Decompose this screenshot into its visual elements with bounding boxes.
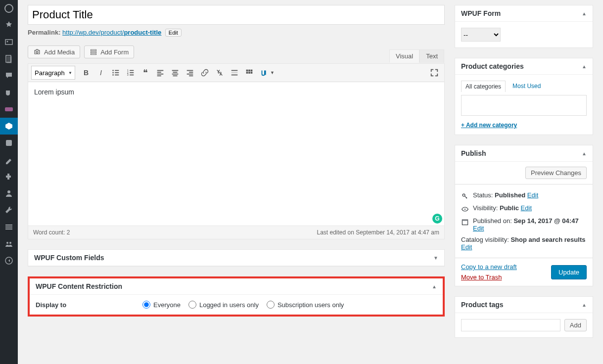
all-categories-tab[interactable]: All categories bbox=[461, 81, 506, 92]
wpuf-shortcode-button[interactable] bbox=[257, 66, 271, 80]
wpuf-icon[interactable] bbox=[0, 84, 18, 101]
permalink-row: Permalink: http://wp.dev/product/product… bbox=[28, 25, 445, 41]
align-right-button[interactable] bbox=[183, 66, 197, 80]
svg-rect-6 bbox=[6, 140, 12, 146]
svg-rect-45 bbox=[246, 70, 248, 72]
align-left-button[interactable] bbox=[153, 66, 167, 80]
svg-rect-31 bbox=[157, 72, 161, 73]
media-icon[interactable] bbox=[0, 34, 18, 50]
side-column: WPUF Form -- Product categories All cate… bbox=[455, 5, 593, 354]
tag-input[interactable] bbox=[461, 319, 560, 331]
content-restriction-header[interactable]: WPUF Content Restriction bbox=[30, 278, 443, 295]
dashboard-icon[interactable] bbox=[0, 0, 18, 17]
pages-icon[interactable] bbox=[0, 50, 18, 67]
publish-box: Publish Preview Changes Status: Publishe… bbox=[455, 145, 593, 286]
publish-header[interactable]: Publish bbox=[455, 145, 593, 162]
key-icon bbox=[461, 192, 469, 200]
edit-visibility-link[interactable]: Edit bbox=[521, 204, 532, 212]
wpuf-form-header[interactable]: WPUF Form bbox=[455, 5, 593, 22]
svg-rect-38 bbox=[187, 70, 193, 71]
add-category-link[interactable]: + Add new category bbox=[461, 122, 517, 129]
categories-box: Product categories All categories Most U… bbox=[455, 58, 593, 135]
collapse-icon[interactable] bbox=[0, 252, 18, 269]
trash-link[interactable]: Move to Trash bbox=[461, 273, 502, 281]
settings-icon[interactable] bbox=[0, 219, 18, 235]
display-to-label: Display to bbox=[36, 301, 135, 309]
svg-rect-35 bbox=[173, 72, 178, 73]
category-panel bbox=[461, 95, 587, 116]
buddypress-icon[interactable] bbox=[0, 235, 18, 252]
wpuf-form-select[interactable]: -- bbox=[461, 28, 501, 42]
svg-rect-34 bbox=[172, 70, 179, 71]
visual-tab[interactable]: Visual bbox=[389, 49, 419, 63]
everyone-radio[interactable] bbox=[142, 301, 150, 309]
custom-fields-header[interactable]: WPUF Custom Fields bbox=[28, 250, 444, 266]
readmore-button[interactable] bbox=[228, 66, 241, 80]
tags-box: Product tags Add bbox=[455, 296, 593, 338]
editor: Visual Text Paragraph B I 123 ❝ bbox=[28, 63, 445, 239]
chevron-up-icon bbox=[432, 284, 437, 289]
woo-icon[interactable] bbox=[0, 101, 18, 118]
fullscreen-button[interactable] bbox=[427, 66, 441, 80]
edit-date-link[interactable]: Edit bbox=[473, 225, 484, 232]
format-select[interactable]: Paragraph bbox=[31, 66, 75, 80]
svg-point-11 bbox=[6, 242, 8, 244]
add-media-button[interactable]: Add Media bbox=[28, 46, 80, 58]
text-tab[interactable]: Text bbox=[419, 49, 444, 63]
permalink-link[interactable]: http://wp.dev/product/product-title bbox=[62, 29, 161, 36]
link-button[interactable] bbox=[198, 66, 212, 80]
svg-rect-17 bbox=[91, 53, 96, 54]
most-used-tab[interactable]: Most Used bbox=[509, 81, 545, 92]
add-form-button[interactable]: Add Form bbox=[84, 46, 134, 58]
subscription-radio[interactable] bbox=[267, 301, 275, 309]
svg-rect-4 bbox=[7, 56, 12, 63]
align-center-button[interactable] bbox=[168, 66, 182, 80]
svg-rect-48 bbox=[246, 72, 248, 74]
svg-point-20 bbox=[112, 72, 114, 74]
preview-button[interactable]: Preview Changes bbox=[525, 167, 587, 179]
comments-icon[interactable] bbox=[0, 67, 18, 84]
products-icon[interactable] bbox=[0, 118, 18, 135]
svg-rect-36 bbox=[172, 74, 179, 75]
plugins-icon[interactable] bbox=[0, 168, 18, 185]
update-button[interactable]: Update bbox=[551, 265, 587, 279]
content-restriction-box: WPUF Content Restriction Display to Ever… bbox=[28, 276, 445, 317]
editor-content[interactable]: Lorem ipsum G bbox=[28, 82, 444, 226]
chevron-up-icon bbox=[582, 151, 587, 156]
svg-rect-5 bbox=[5, 107, 13, 111]
chevron-up-icon bbox=[582, 64, 587, 69]
edit-slug-button[interactable]: Edit bbox=[165, 29, 182, 37]
number-list-button[interactable]: 123 bbox=[124, 66, 138, 80]
add-tag-button[interactable]: Add bbox=[564, 319, 587, 331]
last-edited: Last edited on September 14, 2017 at 4:4… bbox=[317, 229, 439, 236]
forms-icon[interactable] bbox=[0, 135, 18, 151]
users-icon[interactable] bbox=[0, 185, 18, 202]
copy-draft-link[interactable]: Copy to a new draft bbox=[461, 263, 517, 271]
blockquote-button[interactable]: ❝ bbox=[139, 66, 152, 80]
svg-rect-23 bbox=[115, 75, 119, 76]
svg-rect-50 bbox=[251, 72, 253, 74]
svg-rect-40 bbox=[187, 74, 193, 75]
toolbar-toggle-button[interactable] bbox=[242, 66, 256, 80]
categories-header[interactable]: Product categories bbox=[455, 58, 593, 75]
italic-button[interactable]: I bbox=[94, 66, 108, 80]
tags-header[interactable]: Product tags bbox=[455, 297, 593, 313]
tools-icon[interactable] bbox=[0, 202, 18, 219]
svg-point-52 bbox=[464, 208, 465, 210]
svg-rect-25 bbox=[130, 70, 134, 71]
pin-icon[interactable] bbox=[0, 17, 18, 34]
bold-button[interactable]: B bbox=[79, 66, 93, 80]
svg-rect-27 bbox=[130, 72, 134, 73]
svg-point-22 bbox=[112, 74, 114, 76]
edit-status-link[interactable]: Edit bbox=[527, 191, 538, 199]
unlink-button[interactable] bbox=[213, 66, 227, 80]
grammarly-icon[interactable]: G bbox=[432, 214, 442, 224]
bullet-list-button[interactable] bbox=[109, 66, 123, 80]
post-title-input[interactable] bbox=[28, 5, 445, 25]
appearance-icon[interactable] bbox=[0, 151, 18, 168]
edit-catalog-link[interactable]: Edit bbox=[461, 243, 472, 251]
logged-in-radio[interactable] bbox=[188, 301, 196, 309]
camera-icon bbox=[33, 48, 41, 56]
svg-rect-21 bbox=[115, 72, 119, 73]
permalink-label: Permalink: bbox=[28, 29, 60, 36]
